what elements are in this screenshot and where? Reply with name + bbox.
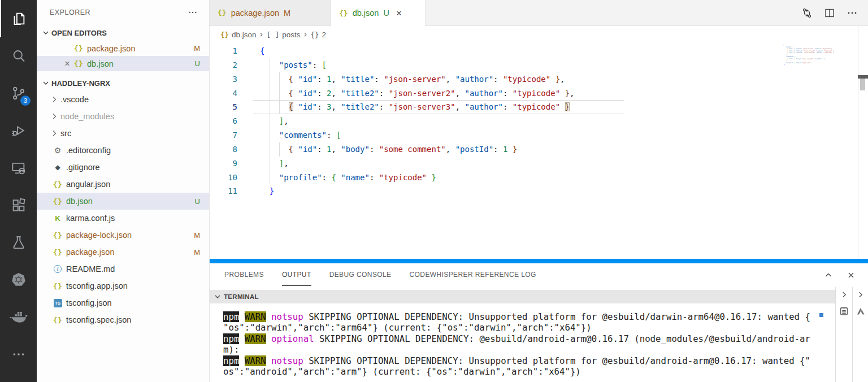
tab-package-json[interactable]: {} package.json M [210,0,331,25]
close-panel-icon[interactable] [847,271,856,280]
tab-debug-console[interactable]: DEBUG CONSOLE [329,264,392,286]
file-row[interactable]: ◆.gitignore [37,159,209,176]
activity-remote-explorer-button[interactable] [0,149,37,186]
chevron-right-icon [50,129,59,138]
chevron-down-icon [41,79,50,88]
chevron-right-icon[interactable] [856,290,865,299]
terminal-instance-column-output [835,287,852,382]
file-row[interactable]: {}tsconfig.app.json [37,277,209,294]
folder-row[interactable]: .vscode [37,91,209,108]
array-symbol-icon: [ ] [267,31,280,39]
terminal-output[interactable]: npm WARN notsup SKIPPING OPTIONAL DEPEND… [210,303,833,382]
file-row[interactable]: {}tsconfig.spec.json [37,311,209,328]
code-line: { "id": 2, "title2": "json-server2", "au… [260,86,574,101]
activity-extensions-button[interactable] [0,186,37,224]
activity-run-debug-button[interactable] [0,112,37,149]
folder-row[interactable]: src [37,125,209,142]
output-log-icon[interactable] [839,306,849,316]
json-file-icon: {} [52,231,63,240]
project-section-header[interactable]: HADDLEY-NGRX [37,75,209,91]
breadcrumb-item-2[interactable]: {} 2 [310,31,326,39]
tab-problems[interactable]: PROBLEMS [224,264,264,286]
kubernetes-icon [10,271,28,289]
code-content: { "posts": [ { "id": 1, "title": "json-s… [260,44,574,198]
file-name: package.json [66,248,114,257]
open-editor-row[interactable]: {}package.jsonM [37,41,209,56]
close-editor-icon[interactable]: × [62,59,73,68]
file-name: tsconfig.json [66,298,112,307]
folder-row[interactable]: node_modules [37,108,209,125]
minimap[interactable]: { "posts": [ { "id": 1, "title": "json-s… [783,44,839,66]
section-label: HADDLEY-NGRX [51,79,110,88]
source-control-badge: 3 [20,96,31,106]
file-row[interactable]: ⚙.editorconfig [37,142,209,159]
activity-testing-button[interactable] [0,224,37,261]
git-status-badge: M [194,248,200,257]
file-row[interactable]: {}angular.json [37,176,209,193]
tab-db-json[interactable]: {} db.json U × [331,0,426,26]
split-editor-icon[interactable] [824,7,835,19]
open-changes-icon[interactable] [801,7,813,19]
terminal-line: npm WARN notsup SKIPPING OPTIONAL DEPEND… [223,355,833,366]
activity-more-button[interactable] [0,336,37,373]
explorer-more-actions-icon[interactable] [188,7,198,18]
terminal-line: m): [223,344,833,355]
json-file-icon: {} [218,8,227,17]
json-file-icon: {} [52,248,63,257]
code-line: "comments": [ [260,128,574,142]
file-name: src [60,129,71,138]
file-name: package.json [87,44,135,53]
more-actions-icon[interactable] [847,7,858,19]
file-row[interactable]: Kkarma.conf.js [37,210,209,227]
open-editor-row[interactable]: ×{}db.jsonU [37,56,209,71]
json-file-icon: {} [73,44,84,53]
chevron-down-icon [41,28,50,37]
breadcrumb-item-posts[interactable]: [ ] posts [267,31,301,39]
code-line: { "id": 1, "body": "some comment", "post… [260,142,574,157]
file-name: db.json [87,59,114,68]
ellipsis-icon [11,347,26,362]
file-row[interactable]: TStsconfig.json [37,294,209,311]
editor-right-border [858,26,858,259]
extensions-icon [10,197,27,214]
tab-output[interactable]: OUTPUT [282,264,311,286]
editor-actions [801,0,868,25]
activity-bar: 3 [0,0,37,382]
close-tab-icon[interactable]: × [396,8,402,18]
code-editor[interactable]: 1234567891011 { "posts": [ { "id": 1, "t… [210,43,868,259]
object-symbol-icon: {} [310,31,319,39]
file-name: tsconfig.spec.json [66,315,131,324]
activity-kubernetes-button[interactable] [0,261,37,298]
activity-source-control-button[interactable]: 3 [0,75,37,112]
file-row[interactable]: iREADME.md [37,261,209,277]
chevron-right-icon [50,95,59,104]
code-line: ], [260,114,574,128]
tab-codewhisperer-reference-log[interactable]: CODEWHISPERER REFERENCE LOG [410,264,536,286]
file-name: db.json [66,197,93,206]
terminal-line: "os":"darwin","arch":"arm64"} (current: … [223,322,833,333]
panel-resize-sash[interactable] [210,259,868,263]
file-row[interactable]: {}package.jsonM [37,244,209,261]
open-editors-list: {}package.jsonM×{}db.jsonU [37,41,209,71]
file-row[interactable]: {}db.jsonU [37,193,209,210]
breadcrumb-item-file[interactable]: {} db.json [220,31,257,39]
editor-area: {} package.json M {} db.json U × {} db.j… [210,0,868,382]
maximize-panel-icon[interactable] [824,271,833,280]
file-row[interactable]: {}package-lock.jsonM [37,227,209,244]
code-line: } [260,184,574,198]
file-name: package-lock.json [66,231,132,240]
activity-docker-button[interactable] [0,298,37,336]
terminal-section-header[interactable]: TERMINAL [210,290,868,303]
activity-search-button[interactable] [0,37,37,75]
azure-icon[interactable] [855,306,866,317]
karma-icon: K [52,214,63,223]
terminal-line: npm WARN notsup SKIPPING OPTIONAL DEPEND… [223,311,833,322]
tab-label: package.json [231,8,279,18]
git-status-badge: U [195,59,200,68]
editor-scrollbar-thumb[interactable] [860,79,865,90]
open-editors-section-header[interactable]: OPEN EDITORS [37,25,209,41]
chevron-right-icon[interactable] [840,290,848,299]
activity-explorer-button[interactable] [0,0,37,37]
code-line: { [260,44,574,58]
sidebar-title: EXPLORER [50,8,90,16]
